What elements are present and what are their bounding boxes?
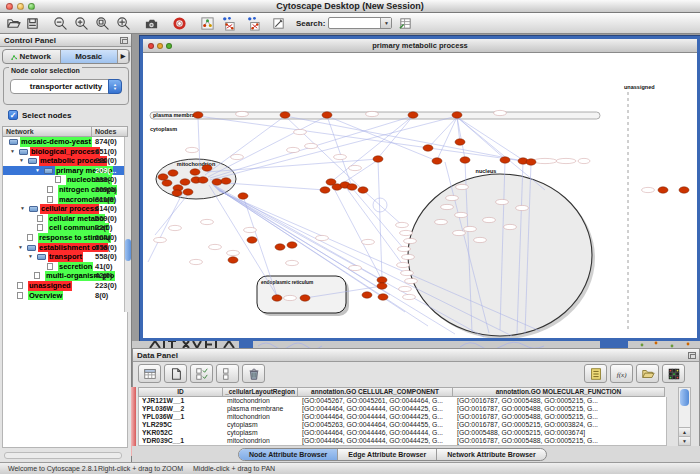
tree-row[interactable]: ▼transport558(0)	[3, 252, 127, 262]
graph-node[interactable]	[180, 179, 190, 185]
zoom-in-button[interactable]	[72, 14, 91, 32]
network-window[interactable]: primary metabolic process plasma membran…	[140, 36, 700, 341]
graph-node[interactable]	[202, 165, 212, 171]
graph-node[interactable]	[221, 178, 231, 184]
graph-node[interactable]	[280, 112, 290, 118]
graph-node[interactable]	[460, 157, 470, 163]
network-canvas[interactable]: plasma membrane cytoplasm nucleus mitoch…	[143, 53, 697, 338]
graph-node[interactable]	[423, 145, 433, 151]
tree-row[interactable]: mosaic-demo-yeast874(0)	[3, 137, 127, 147]
attribute-list-button[interactable]	[584, 364, 607, 383]
tree-row[interactable]: Overview8(0)	[3, 291, 127, 301]
tree-row[interactable]: multi-organism pro42(0)	[3, 271, 127, 281]
graph-node[interactable]	[452, 112, 462, 118]
import-attributes-button[interactable]	[636, 364, 659, 383]
node-color-select[interactable]: transporter activity ▲▼	[10, 79, 122, 94]
float-panel-icon[interactable]	[688, 352, 696, 359]
expand-arrow-icon[interactable]: ▼	[10, 147, 15, 157]
column-header-id[interactable]: ID	[138, 387, 223, 397]
tree-row[interactable]: cellular metabo209(0)	[3, 214, 127, 224]
more-tabs-arrow-icon[interactable]: ▶	[118, 50, 129, 63]
chevron-down-icon[interactable]: ▼	[380, 18, 391, 28]
graph-node[interactable]	[322, 112, 332, 118]
tree-vertical-scrollbar[interactable]	[124, 137, 131, 312]
expand-arrow-icon[interactable]: ▼	[20, 204, 25, 214]
snapshot-button[interactable]	[142, 14, 161, 32]
delete-attribute-button[interactable]	[242, 364, 265, 383]
tree-header-nodes[interactable]: Nodes	[92, 127, 116, 136]
graph-node[interactable]	[287, 242, 297, 248]
tree-row[interactable]: nitrogen compo209(0)	[3, 185, 127, 195]
graph-node[interactable]	[378, 294, 388, 300]
tab-node-attribute-browser[interactable]: Node Attribute Browser	[239, 449, 338, 460]
help-button[interactable]	[170, 14, 189, 32]
graph-node[interactable]	[408, 112, 418, 118]
layout-button-2[interactable]	[244, 14, 263, 32]
graph-node[interactable]	[373, 156, 383, 162]
scroll-up-icon[interactable]: ▲	[679, 427, 690, 436]
graph-node[interactable]	[347, 184, 357, 190]
layout-button-1[interactable]	[219, 14, 238, 32]
float-panel-icon[interactable]	[120, 37, 128, 44]
graph-node[interactable]	[526, 159, 536, 165]
zoom-selected-button[interactable]	[93, 14, 112, 32]
graph-node[interactable]	[362, 292, 372, 298]
graph-node[interactable]	[300, 295, 310, 301]
graph-node[interactable]	[172, 190, 182, 196]
graph-node[interactable]	[158, 174, 168, 180]
graph-node[interactable]	[198, 177, 208, 183]
graph-node[interactable]	[432, 158, 442, 164]
graph-node[interactable]	[377, 283, 387, 289]
table-row[interactable]: YDR039C__1mitochondrion[GO:0044464, GO:0…	[139, 437, 666, 445]
graph-node[interactable]	[272, 295, 282, 301]
save-button[interactable]	[23, 14, 42, 32]
table-row[interactable]: YPL036W__1mitochondrion[GO:0044464, GO:0…	[139, 413, 666, 421]
graph-node[interactable]	[228, 257, 238, 263]
table-row[interactable]: YKR052Ccytoplasm[GO:0044464, GO:0044446,…	[139, 429, 666, 437]
expand-arrow-icon[interactable]: ▼	[19, 156, 24, 166]
select-rows-button[interactable]	[190, 364, 213, 383]
function-builder-button[interactable]: f(x)	[610, 364, 633, 383]
tree-row[interactable]: ▼biological_process651(0)	[3, 147, 127, 157]
scrollbar-thumb[interactable]	[125, 239, 131, 261]
table-row[interactable]: YLR295Ccytoplasm[GO:0045263, GO:0044464,…	[139, 421, 666, 429]
graph-node[interactable]	[679, 187, 689, 193]
graph-node[interactable]	[275, 244, 285, 250]
expand-arrow-icon[interactable]: ▼	[28, 252, 33, 262]
network-window-titlebar[interactable]: primary metabolic process	[143, 39, 697, 53]
graph-node[interactable]	[193, 112, 203, 118]
graph-node[interactable]	[247, 237, 257, 243]
import-table-button[interactable]	[396, 14, 415, 32]
zoom-fit-button[interactable]	[114, 14, 133, 32]
control-panel-horizontal-scrollbar[interactable]	[4, 452, 122, 459]
tree-row[interactable]: ▼metabolic process280(0)	[3, 156, 127, 166]
graph-node[interactable]	[377, 277, 387, 283]
scroll-down-icon[interactable]: ▼	[679, 436, 690, 445]
graph-node[interactable]	[238, 193, 248, 199]
column-header-molecular-function[interactable]: annotation.GO MOLECULAR_FUNCTION	[453, 387, 665, 397]
expand-arrow-icon[interactable]: ▼	[18, 243, 23, 253]
graph-node[interactable]	[162, 180, 172, 186]
select-attributes-button[interactable]	[138, 364, 161, 383]
new-attribute-button[interactable]	[164, 364, 187, 383]
annotation-button[interactable]	[269, 14, 288, 32]
expand-arrow-icon[interactable]: ▼	[35, 166, 40, 176]
table-row[interactable]: YPL036W__2plasma membrane[GO:0044464, GO…	[139, 405, 666, 413]
tree-row[interactable]: unassigned223(0)	[3, 281, 127, 291]
graph-node[interactable]	[658, 187, 668, 193]
open-button[interactable]	[4, 14, 23, 32]
attribute-matrix-button[interactable]	[662, 364, 685, 383]
tree-row[interactable]: macromolecule311(0)	[3, 195, 127, 205]
column-header-region[interactable]: _cellularLayoutRegion	[223, 387, 298, 397]
tree-row[interactable]: response to stimulu264(0)	[3, 233, 127, 243]
tab-network-attribute-browser[interactable]: Network Attribute Browser	[437, 449, 545, 460]
table-vertical-scrollbar[interactable]: ▲ ▼	[678, 387, 691, 446]
tree-row[interactable]: nucleobase-209(0)	[3, 175, 127, 185]
graph-node[interactable]	[168, 170, 178, 176]
graph-node[interactable]	[183, 189, 193, 195]
tab-edge-attribute-browser[interactable]: Edge Attribute Browser	[338, 449, 437, 460]
graph-node[interactable]	[500, 157, 510, 163]
tree-row[interactable]: cell communicat22(0)	[3, 223, 127, 233]
graph-node[interactable]	[358, 187, 368, 193]
scrollbar-thumb[interactable]	[680, 389, 689, 406]
